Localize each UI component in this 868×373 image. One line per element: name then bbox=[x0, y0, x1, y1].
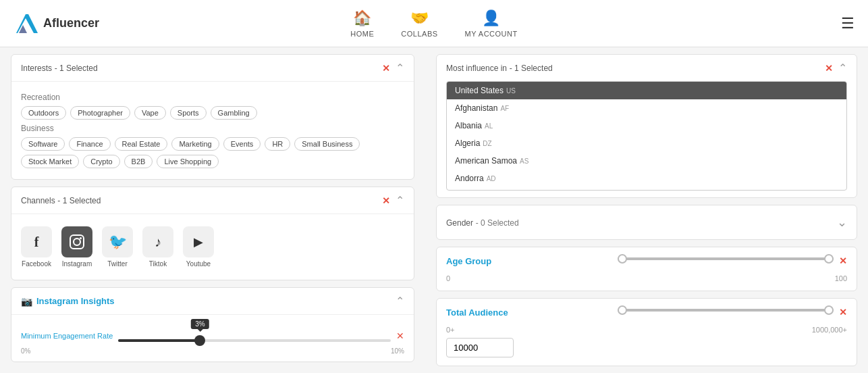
channel-facebook[interactable]: f Facebook bbox=[21, 226, 52, 268]
tag-events[interactable]: Events bbox=[223, 137, 261, 151]
nav-home-label: HOME bbox=[350, 30, 374, 38]
age-group-right-thumb[interactable] bbox=[824, 254, 834, 264]
account-icon: 👤 bbox=[482, 9, 501, 27]
interests-panel: Interests - 1 Selected ✕ ⌃ Recreation Ou… bbox=[11, 54, 414, 180]
engagement-row: Minimum Engagement Rate 3% ✕ bbox=[21, 327, 404, 355]
age-group-header-right: ✕ bbox=[618, 255, 847, 266]
tag-stock-market[interactable]: Stock Market bbox=[21, 155, 79, 168]
country-code: US bbox=[506, 87, 516, 95]
gender-expand-button[interactable]: ⌄ bbox=[837, 215, 847, 230]
home-icon: 🏠 bbox=[353, 9, 372, 27]
engagement-min-label: 0% bbox=[21, 347, 30, 355]
tag-gambling[interactable]: Gambling bbox=[211, 106, 257, 120]
interests-clear-button[interactable]: ✕ bbox=[382, 63, 390, 74]
engagement-slider-wrapper: 3% bbox=[118, 327, 391, 345]
insights-ig-icon: 📷 bbox=[21, 296, 32, 307]
channel-twitter[interactable]: 🐦 Twitter bbox=[102, 226, 133, 268]
nav-home[interactable]: 🏠 HOME bbox=[350, 9, 374, 38]
tag-marketing[interactable]: Marketing bbox=[171, 137, 219, 151]
interests-collapse-button[interactable]: ⌃ bbox=[396, 61, 404, 74]
tag-small-business[interactable]: Small Business bbox=[294, 137, 360, 151]
tag-outdoors[interactable]: Outdoors bbox=[21, 106, 66, 120]
youtube-icon: ▶ bbox=[183, 226, 214, 257]
country-united-states[interactable]: United States US bbox=[447, 82, 846, 99]
most-influence-header: Most influence in - 1 Selected ✕ ⌃ bbox=[437, 55, 857, 81]
total-audience-max-label: 1000,000+ bbox=[812, 326, 847, 334]
age-group-max: 100 bbox=[835, 274, 847, 282]
hamburger-menu[interactable]: ☰ bbox=[841, 15, 855, 32]
channels-collapse-button[interactable]: ⌃ bbox=[396, 194, 404, 207]
total-audience-body: 0+ 1000,000+ bbox=[437, 326, 857, 366]
interests-header: Interests - 1 Selected ✕ ⌃ bbox=[11, 55, 414, 82]
country-albania[interactable]: Albania AL bbox=[447, 117, 846, 134]
channels-grid: f Facebook Instagram bbox=[21, 221, 404, 273]
engagement-max-label: 10% bbox=[391, 347, 404, 355]
country-angola[interactable]: Angola AO bbox=[447, 187, 846, 190]
insights-title: Instagram Insights bbox=[36, 296, 115, 306]
recreation-label: Recreation bbox=[21, 93, 404, 102]
tag-hr[interactable]: HR bbox=[265, 137, 290, 151]
tag-crypto[interactable]: Crypto bbox=[83, 155, 119, 168]
tag-vape[interactable]: Vape bbox=[134, 106, 166, 120]
country-name: Algeria bbox=[455, 139, 480, 148]
tiktok-icon: ♪ bbox=[142, 226, 173, 257]
tag-b2b[interactable]: B2B bbox=[124, 155, 153, 168]
age-group-body: 0 100 bbox=[437, 274, 857, 291]
channels-header-right: ✕ ⌃ bbox=[382, 194, 404, 207]
age-group-slider-fill bbox=[618, 257, 834, 260]
channels-clear-button[interactable]: ✕ bbox=[382, 195, 390, 206]
insights-collapse-button[interactable]: ⌃ bbox=[396, 295, 404, 307]
main-nav: 🏠 HOME 🤝 COLLABS 👤 MY ACCOUNT bbox=[350, 9, 517, 38]
channel-youtube[interactable]: ▶ Youtube bbox=[183, 226, 214, 268]
facebook-icon: f bbox=[21, 226, 52, 257]
interests-title-area: Interests - 1 Selected bbox=[21, 63, 98, 73]
tag-finance[interactable]: Finance bbox=[69, 137, 110, 151]
collabs-icon: 🤝 bbox=[410, 9, 429, 27]
age-group-header: Age Group ✕ bbox=[437, 247, 857, 274]
main-content: Interests - 1 Selected ✕ ⌃ Recreation Ou… bbox=[0, 47, 868, 373]
channel-instagram[interactable]: Instagram bbox=[61, 226, 92, 268]
total-audience-right-thumb[interactable] bbox=[824, 305, 834, 315]
nav-my-account[interactable]: 👤 MY ACCOUNT bbox=[465, 9, 518, 38]
tag-photographer[interactable]: Photographer bbox=[70, 106, 130, 120]
country-andorra[interactable]: Andorra AD bbox=[447, 170, 846, 187]
country-list[interactable]: United States US Afghanistan AF Albania … bbox=[447, 82, 846, 190]
tag-live-shopping[interactable]: Live Shopping bbox=[157, 155, 219, 168]
tag-software[interactable]: Software bbox=[21, 137, 65, 151]
gender-title: Gender - 0 Selected bbox=[446, 218, 519, 228]
total-audience-clear-button[interactable]: ✕ bbox=[839, 307, 847, 318]
total-audience-panel: Total Audience ✕ 0+ 1000,000+ bbox=[436, 298, 857, 366]
total-audience-range-labels: 0+ 1000,000+ bbox=[446, 326, 847, 334]
logo-area: Afluencer bbox=[13, 11, 99, 36]
country-name: American Samoa bbox=[455, 156, 517, 166]
country-american-samoa[interactable]: American Samoa AS bbox=[447, 152, 846, 170]
channels-panel: Channels - 1 Selected ✕ ⌃ f Facebook bbox=[11, 186, 414, 280]
recreation-tags: Outdoors Photographer Vape Sports Gambli… bbox=[21, 106, 404, 120]
tag-sports[interactable]: Sports bbox=[170, 106, 207, 120]
gender-panel-header[interactable]: Gender - 0 Selected ⌄ bbox=[437, 205, 857, 239]
interests-scroll[interactable]: Recreation Outdoors Photographer Vape Sp… bbox=[21, 89, 404, 172]
facebook-label: Facebook bbox=[22, 260, 51, 268]
nav-collabs[interactable]: 🤝 COLLABS bbox=[401, 9, 437, 38]
most-influence-collapse-button[interactable]: ⌃ bbox=[838, 61, 847, 74]
channels-title: Channels - 1 Selected bbox=[21, 195, 101, 205]
insights-title-area: 📷 Instagram Insights bbox=[21, 296, 115, 307]
age-group-left-thumb[interactable] bbox=[618, 254, 627, 264]
channel-tiktok[interactable]: ♪ Tiktok bbox=[142, 226, 173, 268]
age-group-clear-button[interactable]: ✕ bbox=[839, 255, 847, 266]
total-audience-input[interactable] bbox=[446, 338, 514, 357]
age-group-title: Age Group bbox=[446, 256, 491, 266]
country-afghanistan[interactable]: Afghanistan AF bbox=[447, 99, 846, 117]
engagement-clear-button[interactable]: ✕ bbox=[396, 330, 404, 341]
nav-account-label: MY ACCOUNT bbox=[465, 30, 518, 38]
tag-real-estate[interactable]: Real Estate bbox=[115, 137, 168, 151]
most-influence-clear-button[interactable]: ✕ bbox=[825, 63, 833, 74]
country-algeria[interactable]: Algeria DZ bbox=[447, 134, 846, 152]
nav-collabs-label: COLLABS bbox=[401, 30, 437, 38]
svg-marker-0 bbox=[16, 14, 38, 33]
total-audience-slider-fill bbox=[618, 309, 834, 312]
engagement-slider-thumb[interactable]: 3% bbox=[194, 335, 205, 346]
age-group-labels: 0 100 bbox=[446, 274, 847, 282]
total-audience-left-thumb[interactable] bbox=[618, 305, 627, 315]
country-dropdown: United States US Afghanistan AF Albania … bbox=[446, 81, 847, 191]
